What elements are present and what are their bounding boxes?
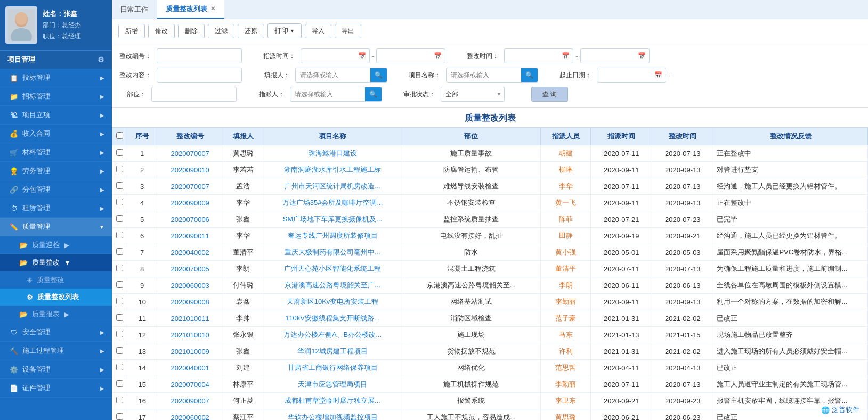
dispatcher-search-btn[interactable]: 🔍 xyxy=(365,87,382,101)
row-checkbox[interactable] xyxy=(116,347,123,354)
row-code[interactable]: 2021010009 xyxy=(157,343,223,360)
sidebar-item-construction[interactable]: 🔨 施工过程管理 ▶ xyxy=(0,342,112,360)
row-checkbox[interactable] xyxy=(116,314,123,321)
table-row[interactable]: 8 2020070005 李朗 广州天心苑小区智能化系统工程 混凝土工程浇筑 董… xyxy=(112,261,868,277)
row-project[interactable]: SM广场地下车库更换摄像机及... xyxy=(263,211,402,228)
row-person[interactable]: 许利 xyxy=(541,343,591,360)
dispatcher-input[interactable] xyxy=(290,88,365,100)
sidebar-item-quality-rectify-list[interactable]: ⚙ 质量整改列表 xyxy=(0,289,112,306)
row-project[interactable]: 重庆大极制药有限公司亳州中... xyxy=(263,244,402,261)
row-checkbox[interactable] xyxy=(116,298,123,304)
table-row[interactable]: 5 2020070006 张鑫 SM广场地下车库更换摄像机及... 监控系统质量… xyxy=(112,211,868,228)
row-code[interactable]: 2020070006 xyxy=(157,211,223,228)
table-row[interactable]: 3 2020070007 孟浩 广州市天河区统计局机房改造... 难燃导线安装检… xyxy=(112,178,868,195)
row-code[interactable]: 2020070004 xyxy=(157,376,223,393)
row-person[interactable]: 董清平 xyxy=(541,261,591,277)
restore-button[interactable]: 还原 xyxy=(238,24,264,38)
row-project[interactable]: 天府新区10Kv变电所安装工程 xyxy=(263,294,402,310)
sidebar-item-quality[interactable]: ✏️ 质量管理 ▼ xyxy=(0,218,112,236)
row-project[interactable]: 华软办公楼增加视频监控项目 xyxy=(263,409,402,421)
row-person[interactable]: 范子豪 xyxy=(541,310,591,327)
zhipai-start-date[interactable]: 📅 xyxy=(301,48,370,63)
row-checkbox[interactable] xyxy=(116,149,123,156)
row-checkbox[interactable] xyxy=(116,232,123,238)
zhipai-end-date[interactable]: 📅 xyxy=(376,48,445,63)
row-code[interactable]: 2020090010 xyxy=(157,162,223,178)
sidebar-item-subcontract[interactable]: 🔗 分包管理 ▶ xyxy=(0,180,112,199)
dept-input[interactable] xyxy=(151,87,237,102)
row-person[interactable]: 马东 xyxy=(541,327,591,343)
row-code[interactable]: 2020070007 xyxy=(157,178,223,195)
row-code[interactable]: 2020060002 xyxy=(157,409,223,421)
row-project[interactable]: 湖南洞庭湖水库引水工程施工标 xyxy=(263,162,402,178)
export-button[interactable]: 导出 xyxy=(335,24,361,38)
row-person[interactable]: 范思哲 xyxy=(541,360,591,376)
row-checkbox[interactable] xyxy=(116,199,123,205)
row-code[interactable]: 2020040001 xyxy=(157,360,223,376)
table-row[interactable]: 1 2020070007 黄思璐 珠海鲶港口建设 施工质量事故 胡建 2020-… xyxy=(112,145,868,162)
row-code[interactable]: 2020090007 xyxy=(157,393,223,409)
row-project[interactable]: 天津市应急管理局项目 xyxy=(263,376,402,393)
row-code[interactable]: 2020090009 xyxy=(157,195,223,211)
table-row[interactable]: 14 2020040001 刘建 甘肃省工商银行网络保养项目 网络优化 范思哲 … xyxy=(112,360,868,376)
table-row[interactable]: 16 2020090007 何正菱 成都杜甫草堂临时展厅独立展... 报警系统 … xyxy=(112,393,868,409)
row-code[interactable]: 2021010010 xyxy=(157,327,223,343)
sidebar-item-safety[interactable]: 🛡 安全管理 ▶ xyxy=(0,323,112,342)
row-project[interactable]: 万达办公楼左侧A、B办公楼改... xyxy=(263,327,402,343)
row-person[interactable]: 李朗 xyxy=(541,277,591,294)
row-person[interactable]: 田静 xyxy=(541,228,591,244)
sidebar-item-quality-rectify-item[interactable]: ✳ 质量整改 xyxy=(0,271,112,289)
row-project[interactable]: 华润12城房建工程项目 xyxy=(263,343,402,360)
row-person[interactable]: 李勤丽 xyxy=(541,294,591,310)
row-code[interactable]: 2020070005 xyxy=(157,261,223,277)
sidebar-item-certificate[interactable]: 📄 证件管理 ▶ xyxy=(0,379,112,398)
sidebar-item-revenue[interactable]: 💰 收入合同 ▶ xyxy=(0,125,112,143)
bianhao-input[interactable] xyxy=(157,48,242,63)
row-checkbox[interactable] xyxy=(116,248,123,255)
row-person[interactable]: 黄思璐 xyxy=(541,409,591,421)
sidebar-item-rental[interactable]: ⏱ 租赁管理 ▶ xyxy=(0,199,112,218)
sidebar-item-quality-report[interactable]: 📂 质量报表 ▶ xyxy=(0,306,112,323)
row-person[interactable]: 黄小强 xyxy=(541,244,591,261)
edit-button[interactable]: 修改 xyxy=(148,24,175,38)
row-checkbox[interactable] xyxy=(116,281,123,288)
row-project[interactable]: 110kV安徽线程集支开断线路... xyxy=(263,310,402,327)
project-search-btn[interactable]: 🔍 xyxy=(521,68,538,82)
filter-button[interactable]: 过滤 xyxy=(208,24,234,38)
gear-icon[interactable]: ⚙ xyxy=(98,55,104,64)
table-row[interactable]: 2 2020090010 李若若 湖南洞庭湖水库引水工程施工标 防腐管运输、布管… xyxy=(112,162,868,178)
reporter-search-btn[interactable]: 🔍 xyxy=(370,68,387,82)
table-row[interactable]: 17 2020060002 蔡江平 华软办公楼增加视频监控项目 工人施工不规范，… xyxy=(112,409,868,421)
delete-button[interactable]: 删除 xyxy=(178,24,205,38)
row-checkbox[interactable] xyxy=(116,380,123,387)
add-button[interactable]: 新增 xyxy=(118,24,145,38)
sidebar-item-quality-inspection[interactable]: 📂 质量巡检 ▶ xyxy=(0,236,112,254)
row-checkbox[interactable] xyxy=(116,397,123,403)
row-code[interactable]: 2020090008 xyxy=(157,294,223,310)
row-checkbox[interactable] xyxy=(116,215,123,222)
row-person[interactable]: 李华 xyxy=(541,178,591,195)
reporter-input[interactable] xyxy=(296,69,370,81)
row-code[interactable]: 2020040002 xyxy=(157,244,223,261)
sidebar-item-quality-rectify[interactable]: 📂 质量整改 ▼ xyxy=(0,254,112,271)
table-row[interactable]: 9 2020060003 付伟璐 京港澳高速公路粤境韶关至广... 京港澳高速公… xyxy=(112,277,868,294)
row-project[interactable]: 广州市天河区统计局机房改造... xyxy=(263,178,402,195)
row-project[interactable]: 广州天心苑小区智能化系统工程 xyxy=(263,261,402,277)
row-code[interactable]: 2021010011 xyxy=(157,310,223,327)
row-checkbox[interactable] xyxy=(116,331,123,337)
table-row[interactable]: 12 2021010010 张永银 万达办公楼左侧A、B办公楼改... 施工现场… xyxy=(112,327,868,343)
row-project[interactable]: 甘肃省工商银行网络保养项目 xyxy=(263,360,402,376)
print-button[interactable]: 打印 ▼ xyxy=(267,23,302,38)
row-person[interactable]: 陈菲 xyxy=(541,211,591,228)
query-button[interactable]: 查 询 xyxy=(531,87,568,102)
approval-select[interactable]: 全部 待审批 已审批 已驳回 xyxy=(441,87,505,102)
sidebar-item-project[interactable]: 🏗 项目立项 ▶ xyxy=(0,106,112,125)
row-person[interactable]: 胡建 xyxy=(541,145,591,162)
tab-quality-list[interactable]: 质量整改列表 ✕ xyxy=(157,0,224,19)
sidebar-item-material[interactable]: 🛒 材料管理 ▶ xyxy=(0,143,112,162)
row-person[interactable]: 黄一飞 xyxy=(541,195,591,211)
row-checkbox[interactable] xyxy=(116,265,123,271)
table-row[interactable]: 15 2020070004 林康平 天津市应急管理局项目 施工机械操作规范 李勤… xyxy=(112,376,868,393)
row-person[interactable]: 李勤丽 xyxy=(541,376,591,393)
row-checkbox[interactable] xyxy=(116,182,123,189)
